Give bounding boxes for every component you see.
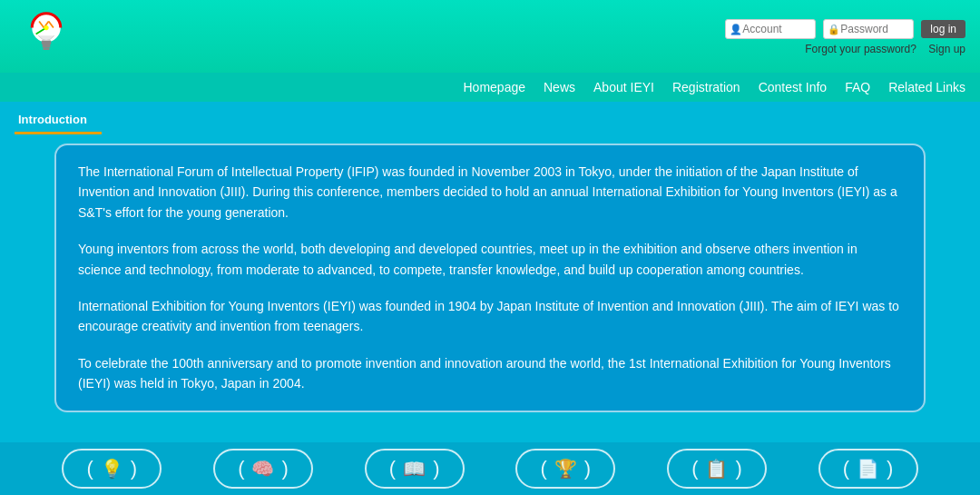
main-content: The International Forum of Intellectual … xyxy=(0,134,980,421)
bottom-btn-trophy[interactable]: ( 🏆 ) xyxy=(515,449,615,489)
tab-introduction[interactable]: Introduction xyxy=(15,107,102,134)
svg-rect-7 xyxy=(43,45,51,48)
bracket-right-5: ) xyxy=(735,459,741,479)
account-icon: 👤 xyxy=(730,24,742,35)
document-icon: 📄 xyxy=(857,458,879,480)
paragraph-3: International Exhibition for Young Inven… xyxy=(78,296,902,337)
svg-rect-6 xyxy=(42,41,52,45)
account-input-wrapper: 👤 xyxy=(725,19,816,39)
nav-homepage[interactable]: Homepage xyxy=(464,80,526,94)
nav-bar: Homepage News About IEYI Registration Co… xyxy=(0,73,980,102)
book-icon: 📖 xyxy=(403,458,426,480)
bracket-left-3: ( xyxy=(389,459,396,479)
bracket-right-2: ) xyxy=(281,459,288,479)
nav-contest-info[interactable]: Contest Info xyxy=(759,80,828,94)
bottom-btn-document[interactable]: ( 📄 ) xyxy=(818,449,918,489)
auth-area: 👤 🔒 log in Forgot your password? Sign up xyxy=(725,19,965,55)
trophy-icon: 🏆 xyxy=(554,458,577,480)
nav-about[interactable]: About IEYI xyxy=(593,80,654,94)
login-button[interactable]: log in xyxy=(921,20,965,38)
bracket-right-4: ) xyxy=(584,459,591,479)
bottom-bar: ( 💡 ) ( 🧠 ) ( 📖 ) ( 🏆 ) ( 📋 ) ( 📄 ) xyxy=(0,442,980,495)
header: 👤 🔒 log in Forgot your password? Sign up… xyxy=(0,0,980,102)
auth-row: 👤 🔒 log in xyxy=(725,19,965,39)
svg-rect-8 xyxy=(44,47,50,50)
nav-registration[interactable]: Registration xyxy=(672,80,740,94)
lightbulb-icon: 💡 xyxy=(101,458,123,480)
header-top: 👤 🔒 log in Forgot your password? Sign up xyxy=(0,0,980,73)
nav-related-links[interactable]: Related Links xyxy=(888,80,965,94)
brain-icon: 🧠 xyxy=(251,458,274,480)
bracket-right-3: ) xyxy=(433,459,439,479)
bracket-left-6: ( xyxy=(843,459,849,479)
bracket-left-2: ( xyxy=(238,459,244,479)
content-box[interactable]: The International Forum of Intellectual … xyxy=(54,144,926,412)
password-input-wrapper: 🔒 xyxy=(823,19,914,39)
bottom-btn-clipboard[interactable]: ( 📋 ) xyxy=(667,449,767,489)
nav-faq[interactable]: FAQ xyxy=(845,80,870,94)
svg-point-5 xyxy=(44,25,48,30)
bottom-btn-brain[interactable]: ( 🧠 ) xyxy=(213,449,313,489)
auth-links: Forgot your password? Sign up xyxy=(805,43,965,55)
lock-icon: 🔒 xyxy=(828,24,840,35)
bracket-right-1: ) xyxy=(131,459,137,479)
bottom-btn-lightbulb[interactable]: ( 💡 ) xyxy=(62,449,162,489)
bracket-left-1: ( xyxy=(87,459,93,479)
logo-area xyxy=(15,5,78,69)
paragraph-4: To celebrate the 100th anniversary and t… xyxy=(78,353,902,394)
bottom-btn-book[interactable]: ( 📖 ) xyxy=(365,449,465,489)
bracket-left-4: ( xyxy=(540,459,546,479)
forgot-password-link[interactable]: Forgot your password? xyxy=(805,43,916,55)
paragraph-2: Young inventors from across the world, b… xyxy=(78,239,902,280)
paragraph-1: The International Forum of Intellectual … xyxy=(78,162,902,223)
nav-news[interactable]: News xyxy=(544,80,575,94)
logo-icon xyxy=(15,5,78,69)
tab-bar: Introduction xyxy=(0,102,980,134)
signup-link[interactable]: Sign up xyxy=(928,43,965,55)
clipboard-icon: 📋 xyxy=(705,458,728,480)
bracket-left-5: ( xyxy=(691,459,698,479)
bracket-right-6: ) xyxy=(887,459,893,479)
